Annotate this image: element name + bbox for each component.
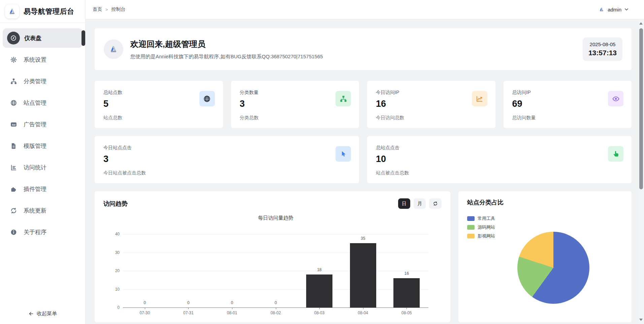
bar-chart-plot: 010203040007-30007-31008-01008-021808-03… [123, 234, 428, 307]
sidebar-item-label: 插件管理 [24, 185, 46, 193]
pie-header: 站点分类占比 [458, 191, 632, 206]
bar-value-label: 0 [219, 300, 245, 305]
x-tick-label: 07-31 [167, 311, 211, 315]
breadcrumb: 首页 > 控制台 [93, 6, 126, 12]
sidebar-item-visit-statistics[interactable]: 访问统计 [3, 158, 83, 177]
topbar: 首页 > 控制台 admin [86, 0, 644, 19]
sidebar-item-template-management[interactable]: 模版管理 [3, 136, 83, 156]
pie-legend: 常用工具源码网站影视网站 [467, 216, 495, 239]
legend-item-0[interactable]: 常用工具 [467, 216, 495, 222]
globe-icon [199, 91, 215, 106]
eye-icon [608, 91, 623, 106]
info-icon [9, 228, 18, 236]
current-time: 13:57:13 [588, 49, 617, 57]
sidebar-item-category-management[interactable]: 分类管理 [3, 71, 83, 91]
sidebar-item-site-management[interactable]: 站点管理 [3, 93, 83, 112]
visit-trend-title: 访问趋势 [103, 200, 128, 208]
month-button[interactable]: 月 [414, 198, 426, 209]
x-tick-label: 08-03 [297, 311, 341, 315]
trend-range-buttons: 日 月 [398, 198, 442, 209]
svg-text:Ad: Ad [12, 123, 15, 126]
x-tick [319, 307, 320, 309]
breadcrumb-home[interactable]: 首页 [93, 6, 102, 12]
compass-icon [7, 32, 20, 44]
stats-row-2: 今日站点点击3今日站点被点击总数总站点点击10站点被点击总数 [95, 136, 632, 183]
breadcrumb-current[interactable]: 控制台 [111, 6, 126, 12]
stat-value: 69 [512, 99, 623, 109]
legend-item-1[interactable]: 源码网站 [467, 224, 495, 230]
welcome-title: 欢迎回来,超级管理员 [130, 39, 583, 50]
trend-icon [472, 91, 487, 106]
stat-desc: 站点被点击总数 [376, 170, 409, 176]
stat-desc: 今日访问总数 [376, 115, 404, 121]
grid-line [123, 271, 428, 271]
sidebar-item-dashboard[interactable]: 仪表盘 [3, 28, 83, 48]
stat-card-category-count: 分类数量3分类总数 [231, 81, 359, 128]
legend-swatch [467, 234, 475, 238]
charts-row: 访问趋势 日 月 每日访问量趋势 010203040007-30007-3100… [95, 191, 632, 322]
sidebar-scrollbar-thumb[interactable] [82, 30, 85, 46]
datetime-box: 2025-08-05 13:57:13 [583, 37, 622, 61]
chevron-down-icon [624, 7, 629, 11]
sidebar-item-plugin-management[interactable]: 插件管理 [3, 179, 83, 199]
legend-item-2[interactable]: 影视网站 [467, 233, 495, 239]
file-icon [9, 142, 18, 150]
sidebar-item-label: 仪表盘 [24, 34, 41, 42]
sidebar-item-label: 分类管理 [24, 77, 46, 85]
y-tick-label: 40 [107, 231, 120, 237]
scroll-up-arrow-icon[interactable] [639, 22, 643, 25]
x-tick [145, 307, 145, 309]
bar-value-label: 0 [263, 300, 289, 305]
stat-value: 5 [103, 99, 214, 109]
welcome-avatar [104, 39, 123, 59]
legend-swatch [467, 225, 475, 230]
stat-value: 16 [376, 99, 487, 109]
sidebar-item-system-settings[interactable]: 系统设置 [3, 50, 83, 69]
sidebar-item-label: 站点管理 [24, 99, 46, 107]
stat-label: 总访问IP [512, 90, 623, 96]
collapse-menu-button[interactable]: 收起菜单 [0, 309, 85, 319]
bar [306, 274, 332, 307]
y-tick-label: 20 [107, 268, 120, 273]
hand-icon [608, 146, 623, 162]
sidebar-item-system-update[interactable]: 系统更新 [3, 201, 83, 220]
site-category-card: 站点分类占比 常用工具源码网站影视网站 [458, 191, 632, 322]
refresh-icon [9, 206, 18, 215]
day-button[interactable]: 日 [398, 198, 410, 209]
stat-desc: 今日站点被点击总数 [103, 170, 146, 176]
sidebar-item-ad-management[interactable]: Ad广告管理 [3, 115, 83, 134]
sidebar-item-label: 系统更新 [24, 207, 46, 215]
main-content: 欢迎回来,超级管理员 您使用的是Annie科技旗下的易导航程序,如有BUG反馈联… [86, 19, 638, 324]
scrollbar-thumb[interactable] [639, 28, 643, 189]
breadcrumb-separator-icon: > [105, 7, 108, 12]
app-logo-row: 易导航管理后台 [0, 0, 85, 23]
stat-value: 10 [376, 154, 623, 164]
x-tick-label: 07-30 [123, 311, 167, 315]
window-scrollbar[interactable] [638, 19, 644, 324]
x-tick [188, 307, 189, 309]
bar-chart-title: 每日访问量趋势 [123, 215, 428, 221]
visit-trend-card: 访问趋势 日 月 每日访问量趋势 010203040007-30007-3100… [95, 191, 450, 322]
scroll-down-arrow-icon[interactable] [639, 319, 643, 321]
pie-chart [517, 232, 589, 304]
stat-card-total-site-clicks: 总站点点击10站点被点击总数 [367, 136, 632, 183]
refresh-button[interactable] [429, 198, 442, 209]
stat-label: 今日访问IP [376, 90, 487, 96]
stat-label: 总站点数 [103, 90, 214, 96]
stats-row-1: 总站点数5站点总数分类数量3分类总数今日访问IP16今日访问总数总访问IP69总… [95, 81, 632, 128]
bar-value-label: 16 [393, 271, 420, 276]
x-tick [276, 307, 276, 309]
y-tick-label: 10 [107, 287, 120, 292]
sidebar-item-label: 系统设置 [24, 56, 46, 64]
puzzle-icon [9, 185, 18, 193]
x-tick-label: 08-01 [210, 311, 254, 315]
x-tick [363, 307, 363, 309]
x-tick-label: 08-02 [254, 311, 298, 315]
legend-label: 影视网站 [478, 233, 495, 239]
sidebar: 易导航管理后台 仪表盘系统设置分类管理站点管理Ad广告管理模版管理访问统计插件管… [0, 0, 86, 324]
sidebar-item-label: 访问统计 [24, 164, 46, 171]
user-menu[interactable]: admin [599, 6, 629, 12]
sidebar-item-about[interactable]: 关于程序 [3, 222, 83, 242]
visit-trend-header: 访问趋势 日 月 [95, 191, 450, 209]
sitemap-icon [335, 91, 351, 106]
